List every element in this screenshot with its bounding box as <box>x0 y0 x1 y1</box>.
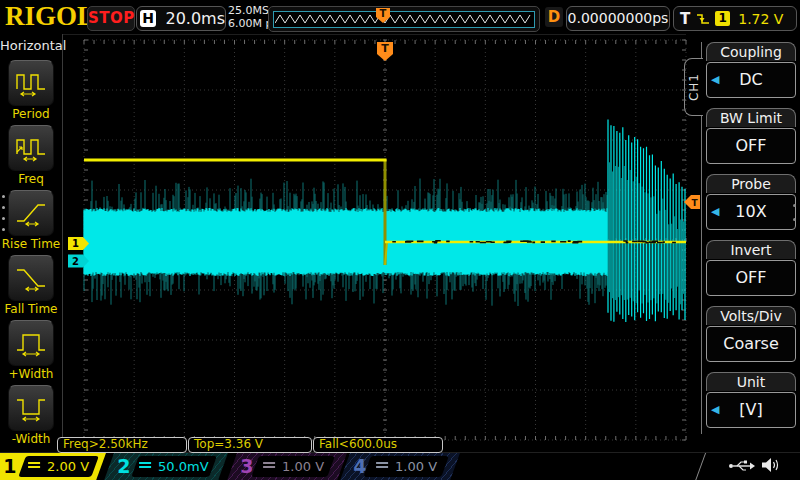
period-icon <box>14 68 48 98</box>
delay-label: D <box>545 7 563 27</box>
trigger-info-box[interactable]: T 1 1.72 V <box>673 6 797 31</box>
measurement-fall: Fall<600.0us <box>313 437 443 453</box>
menu-page-dot <box>2 217 5 220</box>
measure-item-period[interactable]: Period <box>0 60 62 121</box>
menu-item-invert[interactable]: Invert OFF <box>706 240 796 296</box>
measure-item-minus-width[interactable]: -Width <box>0 385 62 446</box>
plus-width-icon <box>14 328 48 358</box>
selector-arrow-icon: ◀ <box>711 63 719 97</box>
svg-text:1: 1 <box>72 238 79 249</box>
dc-coupling-icon <box>28 462 40 471</box>
falling-edge-icon <box>695 10 711 27</box>
channel-4-status[interactable]: 4 1.00 V <box>340 453 460 480</box>
freq-icon <box>14 133 48 163</box>
menu-item-unit[interactable]: Unit ◀[V] <box>706 372 796 428</box>
measure-item-plus-width[interactable]: +Width <box>0 320 62 381</box>
waveform-display: T12T <box>62 34 700 452</box>
trigger-level-value: 1.72 V <box>738 11 783 27</box>
measurement-freq: Freq>2.50kHz <box>57 437 187 453</box>
minus-width-icon <box>14 393 48 423</box>
fall-time-icon <box>14 263 48 293</box>
top-status-bar: RIGOL STOP H 20.0ms 25.0MSa/s 6.00M pts … <box>0 0 800 35</box>
selector-arrow-icon: ◀ <box>711 195 719 229</box>
trigger-source-badge: 1 <box>715 11 730 26</box>
menu-item-probe[interactable]: Probe ◀10X <box>706 174 796 230</box>
run-state-indicator[interactable]: STOP <box>87 6 135 31</box>
menu-item-coupling[interactable]: Coupling ◀DC <box>706 42 796 98</box>
status-divider <box>695 453 706 480</box>
rigol-logo: RIGOL <box>5 1 95 32</box>
channel-2-status[interactable]: 2 50.0mV <box>104 453 228 480</box>
measure-item-freq[interactable]: Freq <box>0 125 62 186</box>
channel-3-status[interactable]: 3 1.00 V <box>227 453 347 480</box>
menu-item-bw-limit[interactable]: BW Limit OFF <box>706 108 796 164</box>
menu-page-dot <box>2 228 5 231</box>
svg-text:T: T <box>380 8 387 19</box>
menu-item-volts-div[interactable]: Volts/Div Coarse <box>706 306 796 362</box>
dc-coupling-icon <box>139 462 151 471</box>
measurement-top: Top=3.36 V <box>188 437 312 453</box>
measure-item-fall-time[interactable]: Fall Time <box>0 255 62 316</box>
left-menu-title: Horizontal <box>0 38 62 53</box>
oscilloscope-screen: RIGOL STOP H 20.0ms 25.0MSa/s 6.00M pts … <box>0 0 800 480</box>
menu-page-dot <box>2 206 5 209</box>
timebase-box[interactable]: H 20.0ms <box>136 6 226 31</box>
horizontal-measure-menu: Horizontal Period Freq Rise Time <box>0 34 63 452</box>
channel-1-status[interactable]: 1 2.00 V <box>0 453 106 480</box>
horizontal-label: H <box>140 10 156 27</box>
memory-waveform-icon <box>275 14 531 25</box>
menu-page-dot <box>793 204 796 207</box>
memory-position-bar: T <box>268 6 540 32</box>
channel-menu-tab: CH1 <box>684 58 703 116</box>
delay-value-box[interactable]: 0.00000000ps <box>566 6 670 31</box>
dc-coupling-icon <box>376 462 388 471</box>
speaker-icon <box>761 457 781 473</box>
rise-time-icon <box>14 198 48 228</box>
svg-text:T: T <box>381 42 389 55</box>
menu-page-dot <box>2 195 5 198</box>
dc-coupling-icon <box>263 462 275 471</box>
menu-page-dot <box>793 218 796 221</box>
usb-icon <box>728 458 755 473</box>
trigger-position-icon: T <box>375 7 391 24</box>
selector-arrow-icon: ◀ <box>711 393 719 427</box>
svg-text:2: 2 <box>72 256 79 267</box>
channel-status-bar: 1 2.00 V 2 50.0mV 3 1.00 V 4 1.00 V <box>0 452 800 480</box>
measure-item-rise-time[interactable]: Rise Time <box>0 190 62 251</box>
timebase-value: 20.0ms <box>165 9 225 28</box>
trigger-label: T <box>680 10 690 28</box>
channel-menu: CH1 Coupling ◀DC BW Limit OFF Probe ◀10X… <box>686 34 800 452</box>
